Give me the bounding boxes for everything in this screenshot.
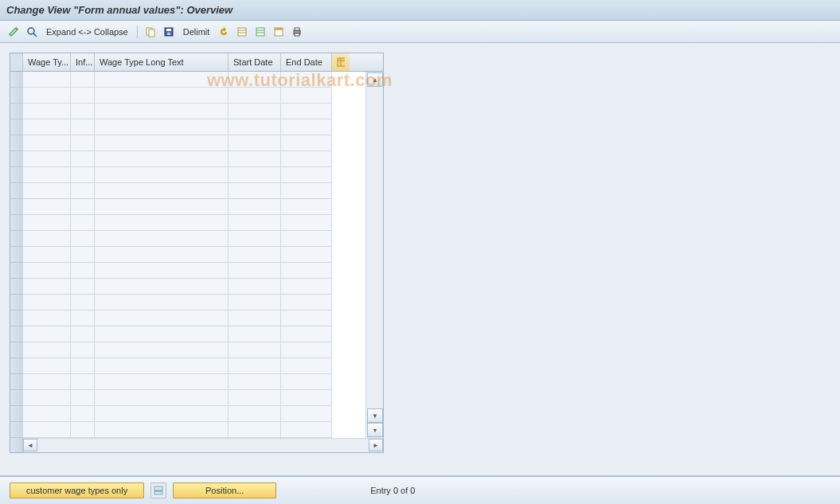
table-row[interactable] [10,199,365,215]
table-row[interactable] [10,263,365,279]
undo-icon[interactable] [217,25,231,39]
vertical-scrollbar[interactable]: ▲ ▼ ▾ [365,72,383,438]
scroll-right-icon[interactable]: ► [369,439,383,451]
content-area: www.tutorialkart.com Wage Ty... Inf... W… [0,43,840,465]
table-row[interactable] [10,390,365,406]
data-table: Wage Ty... Inf... Wage Type Long Text St… [10,53,384,453]
scroll-up-icon[interactable]: ▲ [367,72,383,87]
table-row[interactable] [10,151,365,167]
table-row[interactable] [10,311,365,326]
table-row[interactable] [10,279,365,295]
page-title: Change View "Form annual values": Overvi… [6,4,232,16]
svg-rect-17 [295,33,299,36]
title-bar: Change View "Form annual values": Overvi… [0,0,840,21]
col-long-text[interactable]: Wage Type Long Text [95,53,229,71]
col-wage-type[interactable]: Wage Ty... [23,53,71,71]
scroll-down-icon[interactable]: ▼ [367,408,383,423]
table-row[interactable] [10,358,365,374]
details-icon[interactable] [25,25,39,39]
table-row[interactable] [10,104,365,119]
svg-rect-3 [149,29,154,37]
configure-columns-icon[interactable] [332,53,350,71]
copy-icon[interactable] [143,25,158,39]
position-icon[interactable] [150,483,166,498]
table-row[interactable] [10,135,365,151]
table-row[interactable] [10,88,365,104]
delimit-button[interactable]: Delimit [180,27,213,37]
customer-wage-types-button[interactable]: customer wage types only [10,483,144,498]
table-body: ▲ ▼ ▾ [10,72,383,438]
svg-rect-5 [166,29,171,31]
col-start-date[interactable]: Start Date [229,53,281,71]
scroll-left-icon[interactable]: ◄ [23,439,37,451]
table-row[interactable] [10,247,365,263]
print-icon[interactable] [290,25,304,39]
expand-collapse-button[interactable]: Expand <-> Collapse [43,27,131,37]
table-header: Wage Ty... Inf... Wage Type Long Text St… [10,53,383,72]
table-row[interactable] [10,215,365,231]
table-row[interactable] [10,183,365,199]
table-row[interactable] [10,342,365,358]
toolbar: Expand <-> Collapse Delimit [0,21,840,43]
svg-rect-10 [256,28,264,36]
table-settings-icon[interactable] [272,25,286,39]
svg-rect-6 [167,33,170,35]
svg-rect-7 [238,28,246,36]
svg-rect-14 [275,28,283,30]
deselect-all-icon[interactable] [253,25,268,39]
toggle-display-change-icon[interactable] [6,25,21,39]
table-row[interactable] [10,119,365,135]
position-button[interactable]: Position... [173,483,276,498]
scroll-end-icon[interactable]: ▾ [367,423,383,437]
table-row[interactable] [10,167,365,183]
svg-rect-22 [154,490,162,492]
footer-bar: customer wage types only Position... Ent… [0,475,840,504]
table-row[interactable] [10,422,365,438]
toolbar-separator [137,25,138,38]
table-row[interactable] [10,406,365,422]
horizontal-scrollbar[interactable]: ◄ ► [10,438,383,452]
table-row[interactable] [10,295,365,311]
table-row[interactable] [10,374,365,390]
entry-count: Entry 0 of 0 [370,486,415,495]
col-info[interactable]: Inf... [71,53,95,71]
svg-point-0 [28,28,34,34]
select-all-header[interactable] [10,53,23,71]
select-all-icon[interactable] [235,25,249,39]
svg-line-1 [33,33,37,37]
table-row[interactable] [10,231,365,247]
table-row[interactable] [10,326,365,342]
col-end-date[interactable]: End Date [281,53,332,71]
svg-rect-16 [295,28,299,30]
table-row[interactable] [10,72,365,88]
save-icon[interactable] [162,25,176,39]
